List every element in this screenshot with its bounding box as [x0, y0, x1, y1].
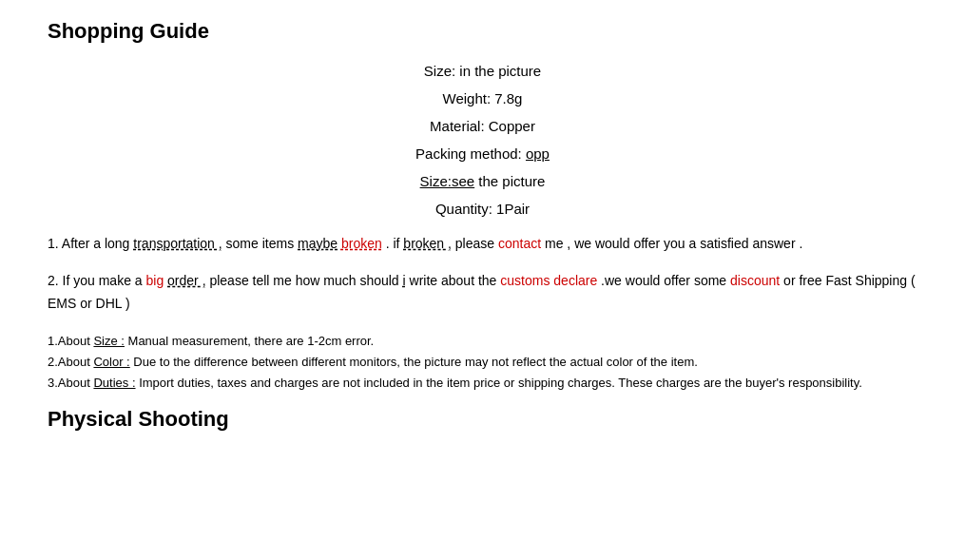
- spec-quantity: Quantity: 1Pair: [48, 201, 917, 217]
- paragraph-2: 2. If you make a big order , please tell…: [48, 269, 917, 316]
- spec-material: Material: Copper: [48, 118, 917, 134]
- notes-section: 1.About Size : Manual measurement, there…: [48, 331, 917, 394]
- spec-weight: Weight: 7.8g: [48, 90, 917, 106]
- note-color: 2.About Color : Due to the difference be…: [48, 352, 917, 373]
- note-size: 1.About Size : Manual measurement, there…: [48, 331, 917, 352]
- shopping-guide-title: Shopping Guide: [48, 19, 917, 44]
- spec-packing: Packing method: opp: [48, 145, 917, 162]
- note-duties: 3.About Duties : Import duties, taxes an…: [48, 373, 917, 394]
- physical-shooting-title: Physical Shooting: [48, 407, 917, 432]
- spec-size: Size: in the picture: [48, 63, 917, 79]
- paragraph-1: 1. After a long transportation , some it…: [48, 232, 917, 256]
- spec-size-see: Size:see the picture: [48, 173, 917, 189]
